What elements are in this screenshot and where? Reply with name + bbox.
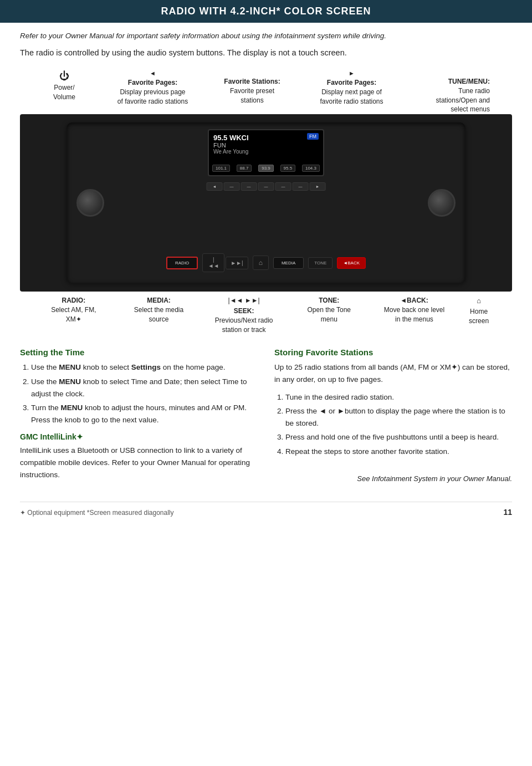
preset-5[interactable]: 104.3 [302, 165, 320, 172]
panel-row-buttons: ◄ — — — — — ► [207, 182, 326, 191]
power-icon: ⏻ [42, 69, 86, 83]
next-track-btn[interactable]: ►►| [226, 257, 248, 269]
bottom-label-radio: RADIO: Select AM, FM, XM✦ [43, 296, 104, 324]
bottom-label-home: ⌂ Home screen [469, 296, 489, 326]
source-display: FUN [213, 142, 319, 149]
dash-btn-1[interactable]: — [224, 182, 240, 191]
settings-bold: Settings [131, 363, 161, 371]
menu-bold-2: MENU [59, 377, 81, 386]
bottom-labels-row: RADIO: Select AM, FM, XM✦ MEDIA: Select … [20, 296, 512, 334]
step-2: Use the MENU knob to select Time and Dat… [31, 376, 258, 400]
back-label-title: ◄BACK: [400, 297, 428, 304]
media-label-detail: Select the media source [134, 306, 183, 323]
media-btn[interactable]: MEDIA [273, 257, 304, 269]
home-icon: ⌂ [469, 296, 489, 306]
tone-btn[interactable]: TONE [308, 257, 332, 269]
station-display: 95.5 WKCI [213, 134, 319, 142]
intro-body: The radio is controlled by using the aud… [20, 47, 512, 59]
preset-bar: 101.1 88.7 93.9 95.5 104.3 [212, 165, 320, 172]
prev-track-btn[interactable]: |◄◄ [202, 253, 224, 272]
dash-btn-2[interactable]: — [241, 182, 257, 191]
fav-prev-detail: Display previous page of favorite radio … [117, 88, 188, 105]
radio-image: FM 95.5 WKCI FUN We Are Young 101.1 88.7… [20, 114, 512, 292]
label-power-volume: ⏻ Power/Volume [42, 69, 86, 114]
power-title: Power/Volume [53, 84, 75, 101]
store-step-2: Press the ◄ or ►button to display the pa… [285, 405, 512, 429]
page-number: 11 [503, 508, 512, 517]
fav-next-title: Favorite Pages: [327, 79, 376, 86]
preset-2[interactable]: 88.7 [237, 165, 252, 172]
label-fav-next: ► Favorite Pages: Display next page of f… [316, 69, 388, 114]
seek-label-detail: Previous/Next radio station or track [215, 316, 273, 334]
right-column: Storing Favorite Stations Up to 25 radio… [274, 348, 512, 486]
store-step-4: Repeat the steps to store another favori… [285, 446, 512, 458]
seek-buttons: |◄◄ ►►| [202, 253, 248, 272]
radio-btn[interactable]: RADIO [166, 257, 198, 269]
fav-next-detail: Display next page of favorite radio stat… [320, 88, 383, 105]
tune-menu-title: TUNE/MENU: [448, 78, 490, 85]
right-knob [428, 189, 456, 217]
storing-favorites-intro: Up to 25 radio stations from all bands (… [274, 361, 512, 385]
setting-time-steps: Use the MENU knob to select Settings on … [20, 361, 258, 426]
italic-intro: Refer to your Owner Manual for important… [20, 30, 512, 42]
footer-row: ✦ Optional equipment *Screen measured di… [20, 502, 512, 517]
storing-steps: Tune in the desired radio station. Press… [274, 391, 512, 458]
fav-stations-title: Favorite Stations: [224, 78, 280, 85]
menu-bold-3: MENU [61, 404, 83, 412]
radio-panel: FM 95.5 WKCI FUN We Are Young 101.1 88.7… [66, 122, 466, 283]
fav-stations-detail: Favorite preset stations [230, 87, 274, 104]
back-btn[interactable]: ◄BACK [337, 257, 366, 269]
left-column: Setting the Time Use the MENU knob to se… [20, 348, 258, 486]
optional-note: ✦ Optional equipment *Screen measured di… [20, 509, 174, 517]
top-labels-row: ⏻ Power/Volume ◄ Favorite Pages: Display… [20, 69, 512, 114]
bottom-label-tone: TONE: Open the Tone menu [299, 296, 360, 324]
seek-label-title: SEEK: [234, 307, 254, 315]
label-fav-prev: ◄ Favorite Pages: Display previous page … [117, 69, 189, 114]
gmc-intellilink-body: IntelliLink uses a Bluetooth or USB conn… [20, 445, 258, 481]
dash-btn-4[interactable]: — [275, 182, 291, 191]
store-step-1: Tune in the desired radio station. [285, 391, 512, 404]
seek-back-btn[interactable]: ◄ [207, 182, 223, 191]
step-1: Use the MENU knob to select Settings on … [31, 361, 258, 374]
radio-screen: FM 95.5 WKCI FUN We Are Young 101.1 88.7… [208, 129, 324, 176]
header-bar: Radio with 4.2-inch* Color Screen [0, 0, 532, 23]
radio-label-title: RADIO: [62, 297, 85, 304]
tune-menu-detail: Tune radio stations/Open and select menu… [436, 87, 490, 114]
radio-label-detail: Select AM, FM, XM✦ [51, 306, 96, 323]
tone-label-title: TONE: [319, 297, 339, 304]
bottom-label-media: MEDIA: Select the media source [128, 296, 189, 324]
diagram-section: ⏻ Power/Volume ◄ Favorite Pages: Display… [20, 69, 512, 334]
dash-btn-5[interactable]: — [293, 182, 309, 191]
back-label-detail: Move back one level in the menus [384, 306, 444, 323]
menu-bold-1: MENU [59, 363, 81, 371]
home-label-detail: screen [469, 317, 489, 325]
preset-3[interactable]: 93.9 [258, 165, 274, 172]
fav-prev-title: Favorite Pages: [128, 79, 177, 86]
media-label-title: MEDIA: [147, 297, 171, 304]
storing-favorites-title: Storing Favorite Stations [274, 348, 512, 357]
step-3: Turn the MENU knob to adjust the hours, … [31, 402, 258, 426]
two-col-section: Setting the Time Use the MENU knob to se… [20, 348, 512, 486]
home-btn[interactable]: ⌂ [253, 256, 269, 270]
bottom-label-seek: |◄◄ ►►| SEEK: Previous/Next radio statio… [213, 296, 274, 334]
bottom-label-back: ◄BACK: Move back one level in the menus [383, 296, 444, 324]
preset-4[interactable]: 95.5 [280, 165, 296, 172]
panel-bottom-row: RADIO |◄◄ ►►| ⌂ MEDIA TONE ◄BACK [166, 253, 366, 272]
gmc-intellilink-title: GMC IntelliLink✦ [20, 432, 258, 441]
footer-note: See Infotainment System in your Owner Ma… [274, 474, 512, 483]
seek-icon: |◄◄ ►►| [213, 296, 274, 305]
home-label-title: Home [470, 308, 488, 315]
header-title: Radio with 4.2-inch* Color Screen [161, 6, 371, 17]
label-tune-menu: TUNE/MENU: Tune radio stations/Open and … [418, 77, 490, 114]
song-display: We Are Young [213, 149, 319, 155]
fm-badge: FM [307, 133, 319, 140]
preset-1[interactable]: 101.1 [212, 165, 230, 172]
label-fav-stations: Favorite Stations: Favorite preset stati… [219, 77, 285, 114]
arrow-left-icon: ◄ [117, 69, 189, 78]
tone-label-detail: Open the Tone menu [308, 306, 351, 323]
store-step-3: Press and hold one of the five pushbutto… [285, 431, 512, 443]
arrow-right-icon: ► [316, 69, 388, 78]
setting-time-title: Setting the Time [20, 348, 258, 357]
dash-btn-3[interactable]: — [258, 182, 274, 191]
seek-fwd-btn[interactable]: ► [310, 182, 326, 191]
